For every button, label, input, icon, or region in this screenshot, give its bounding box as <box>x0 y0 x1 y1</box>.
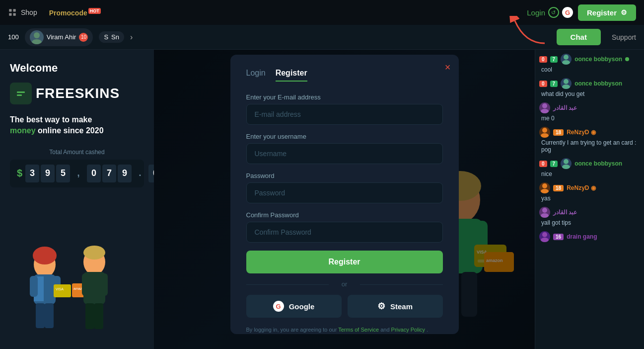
username-msg-2: oonce bobbyson <box>574 80 622 87</box>
svg-rect-9 <box>17 94 22 96</box>
top-nav: Shop PromocodeHOT Login ↺ G Register ⚙ <box>0 0 644 25</box>
tab-login[interactable]: Login <box>246 69 266 82</box>
chat-message-4: 18 ReNzyD ◉ Currently I am trying to get… <box>539 127 640 153</box>
chat-message-7: عبد القادر yall got tips <box>539 207 640 226</box>
register-button[interactable]: Register ⚙ <box>578 4 636 21</box>
avatar-3 <box>539 102 550 113</box>
user-chip-1[interactable]: Viram Ahir 10 <box>25 28 93 46</box>
modal-overlay: × Login Register Enter your E-mail addre… <box>154 50 535 349</box>
google-login-button[interactable]: G Google <box>246 295 342 318</box>
badge-lvl-18-6: 18 <box>553 185 564 191</box>
digit-9b: 9 <box>118 165 132 182</box>
svg-point-28 <box>83 246 105 260</box>
svg-rect-3 <box>13 13 16 16</box>
login-button[interactable]: Login ↺ G <box>527 7 573 18</box>
digit-3: 3 <box>25 165 39 182</box>
user-level-1: 10 <box>79 33 88 42</box>
promo-nav-item[interactable]: PromocodeHOT <box>49 8 101 17</box>
register-modal: × Login Register Enter your E-mail addre… <box>230 55 459 334</box>
avatar-2 <box>561 78 572 89</box>
username-msg-1: oonce bobbyson <box>574 56 622 63</box>
chat-text-1: cool <box>541 66 640 73</box>
svg-point-47 <box>562 60 570 65</box>
svg-rect-25 <box>100 273 108 296</box>
support-button[interactable]: Support <box>612 33 636 41</box>
badge-0-5: 0 <box>539 161 547 167</box>
character-svg-left: VISA amazon <box>0 225 144 349</box>
nav-left: Shop PromocodeHOT <box>8 8 101 17</box>
username-label: Enter your username <box>246 133 443 140</box>
shop-nav-item[interactable]: Shop <box>8 8 37 17</box>
amount-digits: 3 9 5 , 0 7 9 . 0 8 <box>25 165 154 182</box>
avatar-4 <box>539 127 550 138</box>
svg-rect-24 <box>82 273 90 296</box>
steam-register-icon: ⚙ <box>621 8 627 16</box>
shop-label: Shop <box>21 8 37 16</box>
brand-svg-icon <box>13 86 29 101</box>
svg-rect-15 <box>36 303 45 328</box>
terms-link[interactable]: Terms of Service <box>338 327 379 333</box>
svg-point-50 <box>542 103 547 108</box>
confirm-password-group: Confirm Password <box>246 211 443 243</box>
svg-point-53 <box>541 133 549 138</box>
username-input[interactable] <box>246 143 443 164</box>
confirm-password-input[interactable] <box>246 222 443 243</box>
badge-lvl-7-2: 7 <box>550 81 558 87</box>
chat-message-5: 0 7 oonce bobbyson nice <box>539 158 640 177</box>
steam-login-button[interactable]: ⚙ Steam <box>348 295 443 318</box>
username-msg-4: ReNzyD ◉ <box>567 129 596 136</box>
svg-point-60 <box>542 232 547 237</box>
svg-rect-27 <box>94 303 103 329</box>
social-buttons: G Google ⚙ Steam <box>246 295 443 318</box>
digit-0: 0 <box>87 165 101 182</box>
username-msg-8: drain gang <box>567 233 597 240</box>
avatar-8 <box>539 231 550 242</box>
svg-point-55 <box>562 165 570 169</box>
register-modal-button[interactable]: Register <box>246 251 443 273</box>
badge-0: 0 <box>539 56 547 63</box>
brand-name-text: FREESKINS <box>36 86 120 101</box>
center-area: VISA amazon × Login Register <box>154 50 535 349</box>
svg-point-46 <box>564 55 569 60</box>
chat-text-6: yas <box>541 195 640 202</box>
balance-display: 100 <box>8 33 19 41</box>
amount-display: $ 3 9 5 , 0 7 9 . 0 8 <box>10 160 144 187</box>
chat-message-6: 18 ReNzyD ◉ yas <box>539 182 640 202</box>
digit-7: 7 <box>102 165 116 182</box>
digit-0b: 0 <box>148 165 154 182</box>
second-bar: 100 Viram Ahir 10 S Sn › Chat Support <box>0 25 644 50</box>
badge-lvl-7-5: 7 <box>550 161 558 167</box>
avatar-7 <box>539 207 550 218</box>
svg-text:VISA: VISA <box>56 287 64 291</box>
username-msg-6: ReNzyD ◉ <box>567 184 596 191</box>
chat-button[interactable]: Chat <box>557 29 601 45</box>
svg-rect-1 <box>13 9 16 11</box>
email-input[interactable] <box>246 104 443 125</box>
or-divider: or <box>246 280 443 288</box>
svg-rect-26 <box>85 303 94 329</box>
privacy-link[interactable]: Privacy Policy <box>391 327 425 333</box>
password-input[interactable] <box>246 182 443 203</box>
svg-rect-16 <box>45 303 54 328</box>
svg-rect-8 <box>17 91 25 93</box>
modal-close-button[interactable]: × <box>445 62 451 73</box>
more-users-icon[interactable]: › <box>130 33 133 42</box>
left-panel: Welcome FREESKINS The best way to make m… <box>0 50 154 349</box>
user-avatar-1 <box>30 30 44 44</box>
svg-point-61 <box>541 238 549 242</box>
digit-comma: , <box>72 165 85 182</box>
modal-tabs: Login Register <box>246 69 443 82</box>
svg-point-58 <box>542 208 547 213</box>
svg-point-51 <box>541 109 549 113</box>
user-chip-s[interactable]: S Sn <box>99 31 124 43</box>
total-label: Total Amount cashed <box>10 149 144 156</box>
chat-text-3: me 0 <box>541 115 640 122</box>
tab-register[interactable]: Register <box>276 69 307 82</box>
username-msg-7: عبد القادر <box>553 209 577 216</box>
online-dot-1 <box>625 57 629 61</box>
brand-icon <box>10 83 32 104</box>
chat-panel: 0 7 oonce bobbyson cool 0 7 <box>535 50 644 349</box>
chat-message-1: 0 7 oonce bobbyson cool <box>539 54 640 73</box>
username-s: S <box>104 33 108 41</box>
email-label: Enter your E-mail address <box>246 93 443 101</box>
